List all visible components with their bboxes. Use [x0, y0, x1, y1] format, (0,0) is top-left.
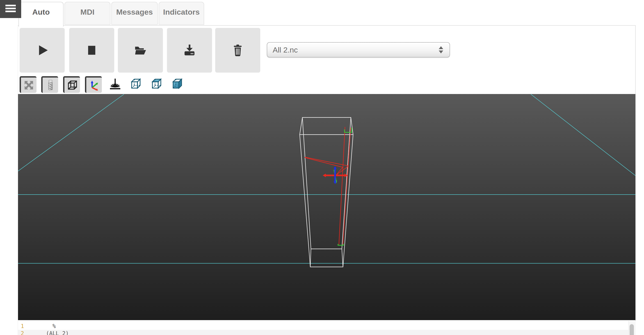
gcode-line: 1 %: [18, 322, 636, 330]
download-file-button[interactable]: [167, 28, 212, 73]
tab-mdi-label: MDI: [80, 8, 94, 17]
gcode-scrollbar-thumb[interactable]: [630, 324, 634, 335]
file-select-value: All 2.nc: [267, 46, 298, 54]
cube-outline-teal-icon: [130, 76, 142, 91]
tab-auto[interactable]: Auto: [18, 2, 64, 27]
toolpath-rapid: [305, 127, 350, 245]
tab-mdi[interactable]: MDI: [64, 2, 110, 25]
tab-auto-label: Auto: [32, 8, 50, 17]
cube-wireframe-icon: [66, 79, 79, 92]
play-icon: [35, 43, 50, 58]
app-window: Auto MDI Messages Indicators: [0, 0, 644, 335]
menu-button[interactable]: [0, 0, 21, 18]
gcode-line-text: %: [46, 322, 56, 330]
origin-axes: [323, 166, 348, 184]
gcode-line-number: 1: [21, 322, 24, 330]
iso-view-solid-button[interactable]: [170, 76, 184, 92]
hamburger-icon: [0, 5, 21, 12]
zoom-extents-button[interactable]: [20, 76, 36, 93]
endmill-icon: [44, 79, 57, 92]
file-select[interactable]: All 2.nc: [267, 42, 450, 58]
iso-view-top-button[interactable]: [150, 76, 163, 92]
zoom-extents-icon: [22, 79, 35, 92]
delete-file-button[interactable]: [215, 28, 260, 73]
axes-icon: [88, 79, 100, 92]
cube-solid-icon: [171, 76, 184, 91]
tab-messages[interactable]: Messages: [111, 2, 158, 25]
trash-icon: [230, 43, 245, 58]
iso-view-wire-button[interactable]: [129, 76, 143, 92]
spark-view-button[interactable]: [108, 76, 122, 93]
show-tool-button[interactable]: [41, 76, 58, 93]
show-axes-button[interactable]: [85, 76, 102, 93]
folder-open-icon: [133, 43, 148, 58]
select-spinner-icon: [439, 46, 443, 54]
spark-icon: [108, 76, 122, 93]
show-stock-button[interactable]: [63, 76, 80, 93]
download-icon: [182, 43, 197, 58]
run-program-button[interactable]: [20, 28, 65, 73]
stock-wireframe: [300, 117, 353, 267]
gcode-line-number: 2: [21, 330, 24, 335]
gcode-3d-viewport[interactable]: [18, 94, 636, 320]
tab-messages-label: Messages: [116, 8, 153, 17]
tab-indicators-label: Indicators: [163, 8, 200, 17]
gcode-scrollbar[interactable]: [628, 321, 636, 335]
gcode-line-text: (ALL 2): [46, 330, 69, 335]
gcode-line: 2 (ALL 2): [18, 330, 636, 335]
floor-grid-lines: [18, 94, 636, 263]
gcode-3d-preview: [18, 94, 636, 320]
stop-icon: [84, 43, 99, 58]
cube-top-face-icon: [150, 76, 163, 91]
tab-indicators[interactable]: Indicators: [159, 2, 204, 25]
stop-program-button[interactable]: [69, 28, 114, 73]
open-file-button[interactable]: [118, 28, 163, 73]
